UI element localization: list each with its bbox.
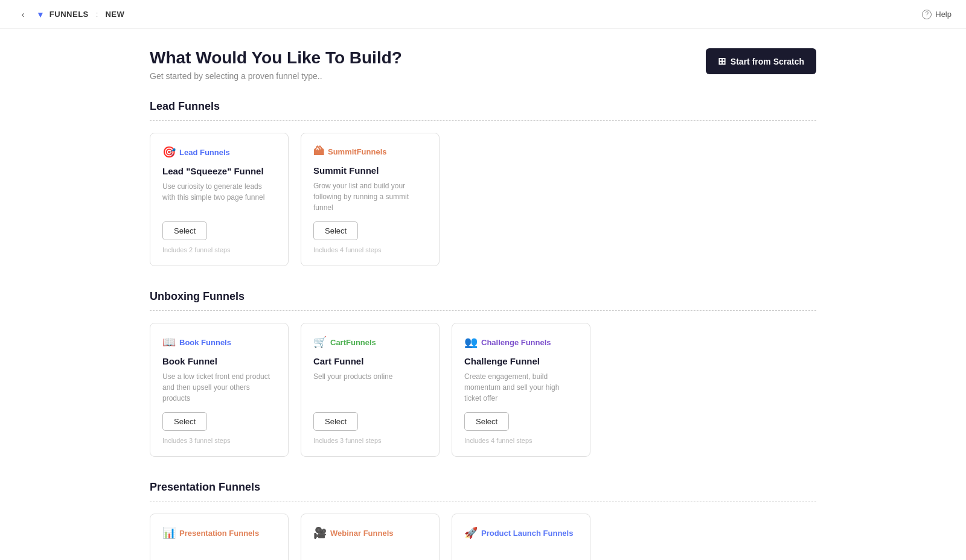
back-icon: ‹ [22, 10, 25, 19]
cart-funnel-card: 🛒 CartFunnels Cart Funnel Sell your prod… [301, 323, 440, 457]
funnels-nav-label: FUNNELS [50, 10, 89, 19]
book-funnel-desc: Use a low ticket front end product and t… [162, 371, 276, 404]
challenge-funnel-title: Challenge Funnel [464, 356, 578, 366]
lead-squeeze-steps: Includes 2 funnel steps [162, 246, 276, 253]
help-label: Help [935, 10, 952, 19]
lead-funnels-brand-icon: 🎯 [162, 145, 176, 159]
challenge-brand-name: Challenge Funnels [481, 338, 551, 347]
book-funnel-select-button[interactable]: Select [162, 412, 207, 431]
lead-funnels-section-title: Lead Funnels [150, 100, 816, 113]
cart-funnel-select-button[interactable]: Select [313, 412, 358, 431]
page-title: What Would You Like To Build? [150, 48, 402, 68]
lead-funnels-brand-name: Lead Funnels [179, 148, 230, 157]
challenge-funnel-steps: Includes 4 funnel steps [464, 437, 578, 444]
page-subtitle: Get started by selecting a proven funnel… [150, 71, 402, 81]
cart-funnel-steps: Includes 3 funnel steps [313, 437, 427, 444]
presentation-brand-icon: 📊 [162, 526, 176, 539]
unboxing-funnels-divider [150, 310, 816, 311]
start-from-scratch-button[interactable]: ⊞ Start from Scratch [706, 48, 816, 74]
challenge-funnel-select-button[interactable]: Select [464, 412, 509, 431]
presentation-brand-name: Presentation Funnels [179, 529, 259, 538]
page-header-text: What Would You Like To Build? Get starte… [150, 48, 402, 81]
book-funnel-card: 📖 Book Funnels Book Funnel Use a low tic… [150, 323, 289, 457]
page-header: What Would You Like To Build? Get starte… [150, 48, 816, 81]
summit-steps: Includes 4 funnel steps [313, 246, 427, 253]
summit-title: Summit Funnel [313, 165, 427, 176]
summit-brand: 🏔 SummitFunnels [313, 145, 427, 158]
lead-squeeze-brand: 🎯 Lead Funnels [162, 145, 276, 159]
challenge-funnel-desc: Create engagement, build momentum and se… [464, 371, 578, 404]
webinar-funnel-card: 🎥 Webinar Funnels [301, 514, 440, 560]
unboxing-funnels-section-title: Unboxing Funnels [150, 290, 816, 303]
product-launch-brand-name: Product Launch Funnels [481, 529, 573, 538]
nav-left: ‹ ▼ FUNNELS : NEW [14, 6, 124, 23]
book-brand: 📖 Book Funnels [162, 336, 276, 349]
back-button[interactable]: ‹ [14, 6, 31, 23]
presentation-funnels-divider [150, 501, 816, 501]
product-launch-brand: 🚀 Product Launch Funnels [464, 526, 578, 539]
lead-funnels-divider [150, 120, 816, 121]
start-scratch-label: Start from Scratch [731, 57, 804, 66]
section-presentation-funnels: Presentation Funnels 📊 Presentation Funn… [150, 481, 816, 560]
cart-brand: 🛒 CartFunnels [313, 336, 427, 349]
nav-separator: : [96, 10, 98, 19]
product-launch-funnel-card: 🚀 Product Launch Funnels [452, 514, 590, 560]
challenge-brand: 👥 Challenge Funnels [464, 336, 578, 349]
new-nav-label: NEW [105, 10, 124, 19]
help-button[interactable]: ? Help [922, 10, 952, 19]
summit-desc: Grow your list and build your following … [313, 180, 427, 213]
main-content: What Would You Like To Build? Get starte… [121, 29, 845, 560]
summit-card: 🏔 SummitFunnels Summit Funnel Grow your … [301, 133, 440, 266]
book-brand-name: Book Funnels [179, 338, 231, 347]
challenge-brand-icon: 👥 [464, 336, 478, 349]
webinar-brand-name: Webinar Funnels [330, 529, 394, 538]
cart-funnel-desc: Sell your products online [313, 371, 427, 404]
lead-funnels-cards-grid: 🎯 Lead Funnels Lead "Squeeze" Funnel Use… [150, 133, 816, 266]
presentation-funnels-cards-grid: 📊 Presentation Funnels 🎥 Webinar Funnels… [150, 514, 816, 560]
top-nav: ‹ ▼ FUNNELS : NEW ? Help [0, 0, 966, 29]
funnel-icon: ▼ [36, 10, 45, 19]
help-circle-icon: ? [922, 10, 932, 19]
book-funnel-steps: Includes 3 funnel steps [162, 437, 276, 444]
challenge-funnel-card: 👥 Challenge Funnels Challenge Funnel Cre… [452, 323, 590, 457]
section-unboxing-funnels: Unboxing Funnels 📖 Book Funnels Book Fun… [150, 290, 816, 457]
lead-squeeze-desc: Use curiosity to generate leads with thi… [162, 181, 276, 213]
cart-brand-icon: 🛒 [313, 336, 327, 349]
lead-squeeze-select-button[interactable]: Select [162, 221, 207, 240]
presentation-funnel-card: 📊 Presentation Funnels [150, 514, 289, 560]
webinar-brand-icon: 🎥 [313, 526, 327, 539]
presentation-brand: 📊 Presentation Funnels [162, 526, 276, 539]
book-funnel-title: Book Funnel [162, 356, 276, 366]
cart-funnel-title: Cart Funnel [313, 356, 427, 366]
lead-squeeze-title: Lead "Squeeze" Funnel [162, 166, 276, 176]
cart-brand-name: CartFunnels [330, 338, 376, 347]
webinar-brand: 🎥 Webinar Funnels [313, 526, 427, 539]
lead-squeeze-card: 🎯 Lead Funnels Lead "Squeeze" Funnel Use… [150, 133, 289, 266]
book-brand-icon: 📖 [162, 336, 176, 349]
unboxing-funnels-cards-grid: 📖 Book Funnels Book Funnel Use a low tic… [150, 323, 816, 457]
scratch-icon: ⊞ [718, 56, 726, 67]
product-launch-brand-icon: 🚀 [464, 526, 478, 539]
presentation-funnels-section-title: Presentation Funnels [150, 481, 816, 494]
summit-brand-name: SummitFunnels [328, 147, 387, 156]
summit-brand-icon: 🏔 [313, 145, 324, 158]
section-lead-funnels: Lead Funnels 🎯 Lead Funnels Lead "Squeez… [150, 100, 816, 266]
summit-select-button[interactable]: Select [313, 221, 358, 240]
